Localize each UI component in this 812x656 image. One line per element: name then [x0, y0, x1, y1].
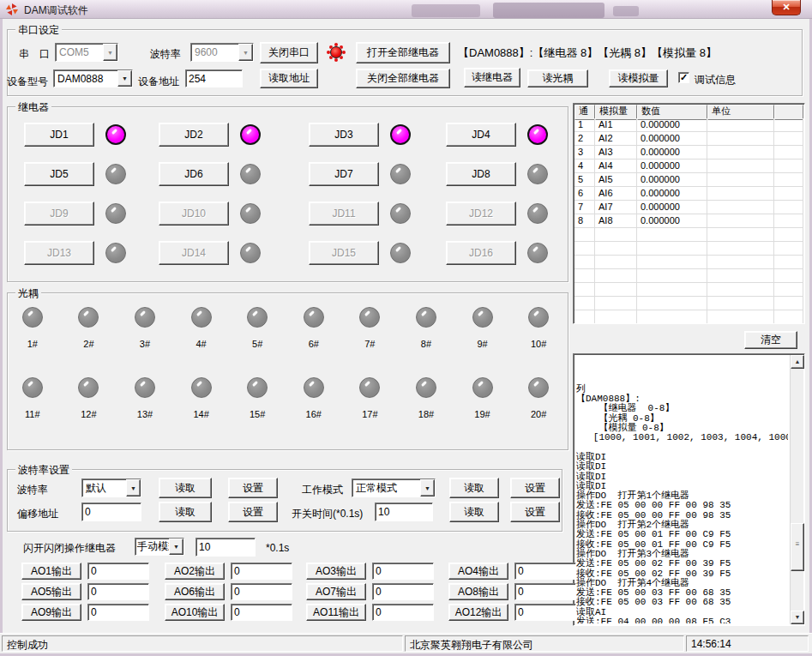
- cell-value: [637, 242, 707, 256]
- ao-output-input[interactable]: [514, 583, 576, 600]
- ao-output-input[interactable]: [87, 583, 149, 600]
- cell-analog: AI1: [595, 118, 637, 132]
- close-all-relays-button[interactable]: 关闭全部继电器: [356, 69, 450, 88]
- opto-group-title: 光耦: [15, 286, 41, 301]
- ao-output-input[interactable]: [514, 604, 576, 621]
- ao-output-button[interactable]: AO3输出: [306, 563, 366, 580]
- offset-addr-input[interactable]: [81, 503, 141, 521]
- ao-output-input[interactable]: [231, 604, 292, 621]
- ao-output-button[interactable]: AO10输出: [165, 604, 225, 621]
- work-mode-set-button[interactable]: 设置: [510, 478, 560, 498]
- model-select[interactable]: DAM0888 ▼: [53, 69, 133, 87]
- opto-label: 5#: [252, 339, 262, 349]
- opto-led: [359, 377, 380, 398]
- ao-output-button[interactable]: AO7输出: [306, 583, 366, 600]
- baud-read-button[interactable]: 读取: [159, 478, 212, 498]
- ao-output-button[interactable]: AO6输出: [165, 583, 225, 600]
- ao-output-button[interactable]: AO11输出: [306, 604, 366, 621]
- open-all-relays-button[interactable]: 打开全部继电器: [356, 42, 450, 63]
- relay-led: [527, 203, 548, 224]
- relay-button[interactable]: JD1: [24, 123, 94, 147]
- relay-button[interactable]: JD6: [159, 162, 229, 186]
- cell-value: 0.000000: [637, 159, 707, 173]
- opto-led: [304, 377, 324, 398]
- work-mode-read-button[interactable]: 读取: [449, 478, 499, 498]
- relay-led: [527, 243, 548, 263]
- opto-grid: 1# 2# 3# 4# 5# 6#: [4, 307, 567, 448]
- ao-output-button[interactable]: AO9输出: [21, 604, 81, 621]
- read-relay-button[interactable]: 读继电器: [464, 68, 520, 87]
- relay-button[interactable]: JD11: [309, 202, 379, 226]
- close-port-button[interactable]: 关闭串口: [260, 42, 318, 63]
- cell-unit: [707, 118, 774, 132]
- close-button[interactable]: ✕: [772, 0, 801, 15]
- relay-button[interactable]: JD4: [446, 123, 516, 147]
- status-message: 控制成功: [2, 635, 403, 652]
- relay-cell: JD4: [446, 115, 560, 154]
- relay-button[interactable]: JD12: [446, 202, 516, 226]
- device-addr-input[interactable]: [185, 69, 243, 87]
- ao-cell: AO2输出: [165, 563, 306, 583]
- ao-output-button[interactable]: AO1输出: [21, 563, 81, 580]
- baudrate-select[interactable]: 默认 ▼: [81, 478, 141, 497]
- relay-button[interactable]: JD3: [309, 123, 379, 147]
- app-icon: [5, 3, 19, 16]
- baud-select[interactable]: 9600 ▼: [190, 43, 254, 62]
- read-addr-button[interactable]: 读取地址: [260, 69, 318, 88]
- relay-button[interactable]: JD16: [446, 241, 516, 265]
- ao-output-input[interactable]: [514, 563, 576, 580]
- relay-button[interactable]: JD7: [309, 162, 379, 186]
- clear-button[interactable]: 清空: [744, 331, 797, 349]
- ao-output-button[interactable]: AO5输出: [21, 583, 81, 600]
- scroll-up-icon[interactable]: ▲: [791, 355, 804, 369]
- relay-button[interactable]: JD14: [159, 241, 229, 265]
- cell-analog: [595, 297, 637, 310]
- opto-led: [359, 307, 380, 328]
- relay-button[interactable]: JD10: [159, 202, 229, 226]
- port-select[interactable]: COM5 ▼: [55, 43, 118, 62]
- wallpaper-blob: [613, 6, 639, 16]
- relay-button[interactable]: JD8: [446, 162, 516, 186]
- opto-cell: 2#: [61, 307, 117, 377]
- relay-cell: JD2: [159, 115, 309, 154]
- cell-channel: 2: [574, 132, 595, 146]
- offset-set-button[interactable]: 设置: [228, 502, 278, 522]
- cell-value: 0.000000: [637, 146, 707, 159]
- opto-led: [78, 377, 99, 398]
- ao-output-input[interactable]: [231, 583, 292, 600]
- flash-mode-select[interactable]: 手动模式 ▼: [135, 538, 184, 556]
- relay-button[interactable]: JD2: [159, 123, 229, 147]
- ao-output-input[interactable]: [87, 563, 149, 580]
- flash-time-input[interactable]: [195, 538, 256, 557]
- relay-button[interactable]: JD5: [24, 162, 94, 186]
- ao-output-input[interactable]: [372, 583, 434, 600]
- ao-output-button[interactable]: AO4输出: [448, 563, 508, 580]
- baud-set-button[interactable]: 设置: [228, 478, 278, 498]
- relay-led: [240, 243, 261, 263]
- ao-output-input[interactable]: [231, 563, 292, 580]
- work-mode-select[interactable]: 正常模式 ▼: [352, 478, 436, 497]
- log-line: 发送:FE 05 00 01 FF 00 C9 F5: [576, 530, 788, 539]
- cell-channel: 7: [574, 201, 595, 214]
- relay-button[interactable]: JD15: [309, 241, 379, 265]
- switch-time-read-button[interactable]: 读取: [449, 502, 499, 522]
- offset-read-button[interactable]: 读取: [159, 502, 212, 522]
- analog-table[interactable]: 通 模拟量 数值 单位 1 AI1 0.000000 2 AI2 0.00: [573, 103, 805, 324]
- ao-output-button[interactable]: AO12输出: [448, 604, 508, 621]
- cell-unit: [707, 310, 774, 324]
- read-opto-button[interactable]: 读光耦: [527, 69, 588, 87]
- cell-value: [637, 256, 707, 269]
- ao-output-button[interactable]: AO2输出: [165, 563, 225, 580]
- switch-time-set-button[interactable]: 设置: [510, 502, 560, 522]
- ao-output-input[interactable]: [372, 604, 434, 621]
- relay-button[interactable]: JD13: [24, 241, 94, 265]
- ao-output-input[interactable]: [87, 604, 149, 621]
- read-analog-button[interactable]: 读模拟量: [609, 69, 668, 87]
- opto-label: 19#: [474, 409, 490, 419]
- relay-button[interactable]: JD9: [24, 202, 94, 226]
- ao-output-button[interactable]: AO8输出: [448, 583, 508, 600]
- cell-channel: [574, 242, 595, 256]
- debug-info-checkbox[interactable]: [678, 72, 689, 83]
- switch-time-input[interactable]: [375, 503, 433, 521]
- ao-output-input[interactable]: [372, 563, 434, 580]
